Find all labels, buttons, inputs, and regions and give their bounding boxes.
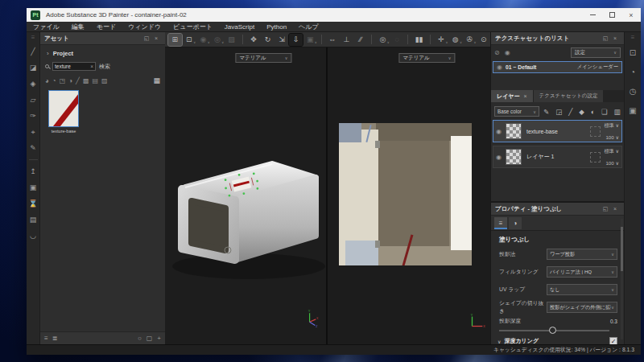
fast-symmetry-icon[interactable]: ∕∕ [354, 34, 368, 46]
filter-environments-icon[interactable]: ▨ [101, 77, 108, 84]
texture-set-settings-icon[interactable]: ▣ [628, 101, 638, 121]
filter-materials-icon[interactable]: ◕ [45, 77, 49, 84]
visibility-icon[interactable]: ◉ [497, 64, 502, 71]
resources-icon[interactable]: ▤ [28, 212, 39, 228]
export-textures-icon[interactable]: ↥ [28, 163, 39, 179]
blend-mode-dropdown[interactable]: 標準 ∨ [604, 122, 619, 130]
lasso-icon[interactable]: ◌ [390, 34, 404, 46]
add-smart-material-icon[interactable]: ◲ [555, 108, 562, 116]
sync-assets-icon[interactable]: ○ [138, 335, 142, 342]
eraser-tool-icon[interactable]: ◪ [28, 60, 39, 76]
material-mode-tab-icon[interactable]: ◑ [509, 217, 522, 229]
undock-icon[interactable]: ◱ [142, 35, 151, 42]
transform-tool-icon[interactable]: ⊞ [168, 34, 182, 46]
pause-engine-icon[interactable]: ▮▮ [412, 34, 426, 46]
show-all-icon[interactable]: ◉ [505, 49, 510, 56]
clear-search-icon[interactable]: × [90, 64, 93, 69]
opacity-dropdown[interactable]: 100 ∨ [605, 160, 619, 166]
rotate-icon[interactable]: ↻ [261, 34, 275, 46]
new-library-icon[interactable]: ▢ [147, 335, 153, 342]
hide-all-icon[interactable]: ⊘ [494, 49, 500, 56]
culling-checkbox[interactable]: ✓ [609, 337, 617, 344]
add-folder-icon[interactable]: ❏ [601, 108, 608, 116]
properties-header[interactable]: プロパティ - 塗りつぶし ◱ × [491, 203, 624, 216]
uv-texture-view[interactable] [339, 123, 472, 265]
minimize-button[interactable] [583, 8, 602, 22]
delete-layer-icon[interactable]: ▥ [614, 108, 621, 116]
detail-view-icon[interactable]: ≣ [52, 335, 58, 342]
environment-icon[interactable]: ◍∨ [448, 34, 462, 46]
history-icon[interactable]: ◷ [628, 82, 638, 101]
mask-slot[interactable] [590, 152, 601, 162]
menu-item-6[interactable]: Python [266, 23, 287, 31]
shading-mode-dropdown-2d[interactable]: マテリアル ∨ [398, 53, 455, 63]
visibility-toggle-icon[interactable]: ◉ [496, 128, 504, 135]
slider-handle[interactable] [549, 327, 556, 334]
layer-thumbnail[interactable] [506, 149, 522, 165]
scale-icon[interactable]: ⇲ [275, 34, 289, 46]
filter-alphas-icon[interactable]: ▩ [83, 77, 89, 84]
close-panel-icon[interactable]: × [151, 35, 161, 41]
title-bar[interactable]: Pt Adobe Substance 3D Painter - containe… [27, 8, 641, 22]
menu-item-1[interactable]: 編集 [72, 23, 85, 31]
search-input[interactable]: texture × [52, 62, 96, 71]
drag-handle-icon[interactable]: ≡ [31, 32, 35, 43]
channel-dropdown[interactable]: Base color ∨ [494, 106, 539, 117]
close-panel-icon[interactable]: × [610, 206, 620, 212]
add-paint-layer-icon[interactable]: ╱ [568, 108, 572, 116]
rotation-snap-icon[interactable]: ◎∨ [376, 34, 390, 46]
drag-handle-icon[interactable]: ≡ [631, 32, 635, 43]
add-fill-layer-icon[interactable]: ◆ [579, 108, 584, 116]
settings-dropdown[interactable]: 設定 ∨ [571, 47, 621, 58]
uv-view-icon[interactable]: ▣ [28, 179, 39, 195]
stamp-mode-icon[interactable]: ◎∨ [211, 34, 225, 46]
close-panel-icon[interactable]: × [610, 35, 620, 41]
import-assets-icon[interactable]: + [157, 335, 161, 342]
scrollbar[interactable] [621, 219, 623, 339]
pick-material-icon[interactable]: ✎ [543, 108, 549, 116]
add-smart-mask-icon[interactable]: ◐ [591, 108, 595, 116]
fill-properties-tab-icon[interactable]: ≡ [494, 217, 507, 229]
container-model[interactable] [165, 47, 326, 344]
project-tree-item[interactable]: › Project [40, 45, 165, 57]
menu-item-3[interactable]: ウィンドウ [128, 23, 161, 31]
projection-mode-icon[interactable]: ◉∨ [196, 34, 210, 46]
perspective-icon[interactable]: ▣∨ [303, 34, 317, 46]
menu-item-4[interactable]: ビューポート [173, 23, 213, 31]
filter-textures-icon[interactable]: ▤ [92, 77, 98, 84]
property-dropdown[interactable]: バイリニア法 | HQ∨ [547, 266, 617, 278]
viewport-3d[interactable]: マテリアル ∨ [165, 47, 326, 344]
blend-mode-dropdown[interactable]: 標準 ∨ [604, 148, 619, 155]
undock-icon[interactable]: ◱ [601, 206, 610, 212]
screenshot-icon[interactable]: ⊙ [477, 34, 491, 46]
shader-settings-icon[interactable]: ◔ [628, 63, 638, 82]
asset-thumbnail[interactable] [48, 90, 79, 127]
transform-options-icon[interactable]: ⊡∨ [183, 34, 196, 46]
filter-brushes-icon[interactable]: ╱ [76, 77, 80, 84]
baking-icon[interactable]: ⌛ [28, 195, 39, 212]
property-dropdown[interactable]: ワープ投影∨ [547, 249, 617, 260]
collapse-icon[interactable]: ∨ [497, 339, 501, 344]
undock-icon[interactable]: ◱ [601, 35, 610, 42]
clone-tool-icon[interactable]: ⌖ [28, 124, 39, 140]
menu-item-0[interactable]: ファイル [33, 23, 60, 31]
projection-tool-icon[interactable]: ◈ [28, 76, 39, 92]
layer-row[interactable]: ◉texture-base標準 ∨100 ∨ [493, 120, 622, 142]
mask-slot[interactable] [590, 126, 601, 137]
texture-set-list-header[interactable]: テクスチャセットのリスト ◱ × [491, 32, 624, 45]
filter-smart-materials-icon[interactable]: ◔ [52, 77, 56, 84]
layer-row[interactable]: ◉レイヤー 1標準 ∨100 ∨ [493, 146, 622, 168]
stencil-mode-icon[interactable]: ▨ [225, 34, 238, 46]
filter-smart-masks-icon[interactable]: ◳ [60, 77, 66, 84]
display-settings-icon[interactable]: ⊡ [628, 43, 638, 63]
menu-item-2[interactable]: モード [97, 23, 116, 31]
symmetry-icon[interactable]: ⊥ [340, 34, 353, 46]
menu-item-7[interactable]: ヘルプ [299, 23, 319, 31]
grid-view-icon[interactable]: ▦ [153, 76, 160, 84]
menu-item-5[interactable]: JavaScript [225, 23, 254, 31]
snap-drop-icon[interactable]: ⇩ [289, 34, 303, 46]
assets-panel-header[interactable]: アセット ◱ × [40, 32, 165, 45]
camera-icon[interactable]: ✇∨ [463, 34, 477, 46]
close-button[interactable]: × [621, 8, 641, 22]
layer-thumbnail[interactable] [506, 123, 522, 139]
